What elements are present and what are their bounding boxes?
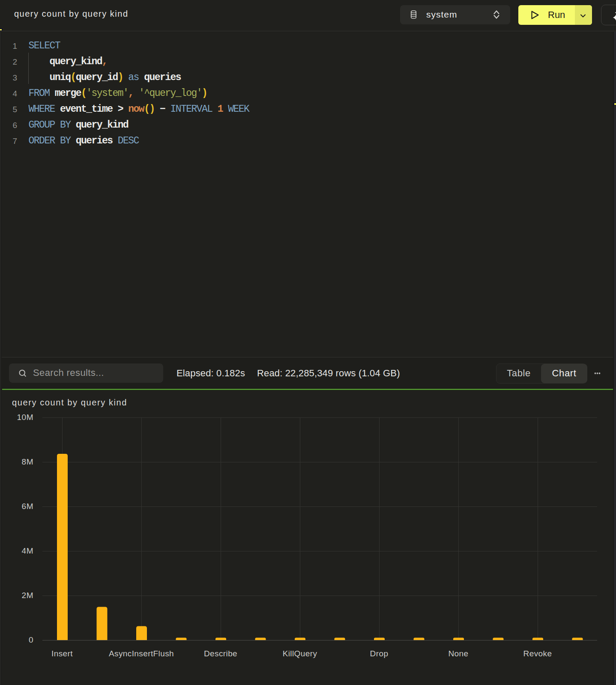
svg-text:6M: 6M — [22, 502, 33, 511]
svg-text:0: 0 — [29, 635, 33, 644]
svg-text:4M: 4M — [22, 546, 33, 555]
svg-text:Insert: Insert — [51, 649, 73, 658]
svg-text:KillQuery: KillQuery — [283, 649, 317, 658]
svg-text:2M: 2M — [22, 591, 33, 600]
svg-text:8M: 8M — [22, 457, 33, 466]
svg-text:Drop: Drop — [370, 649, 389, 658]
svg-text:Describe: Describe — [204, 649, 237, 658]
svg-text:Revoke: Revoke — [523, 649, 552, 658]
svg-text:None: None — [448, 649, 468, 658]
svg-text:AsyncInsertFlush: AsyncInsertFlush — [109, 649, 174, 658]
svg-text:10M: 10M — [17, 413, 33, 422]
